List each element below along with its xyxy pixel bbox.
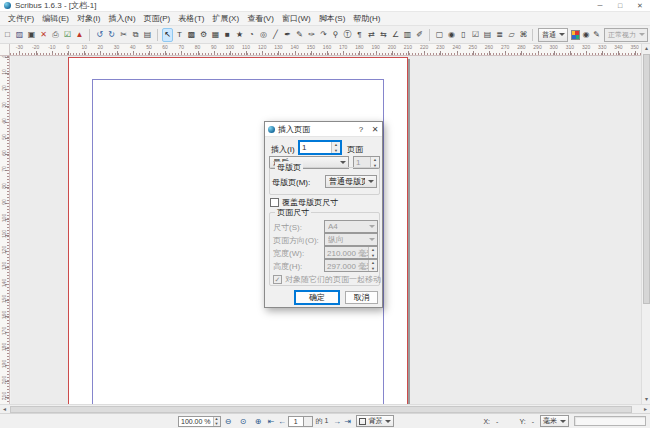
insert-polygon-tool[interactable]: ★ [234, 28, 245, 42]
unit-select[interactable]: 毫米 [540, 415, 569, 427]
print-button[interactable]: ⎙ [50, 28, 61, 42]
scroll-down-icon[interactable]: ▾ [642, 395, 650, 404]
open-document-button[interactable]: ▨ [14, 28, 25, 42]
ruler-number: 120 [258, 44, 266, 50]
rotate-item-tool[interactable]: ↷ [318, 28, 329, 42]
preview-mode-toggle[interactable]: ◉ [581, 28, 592, 42]
horizontal-ruler[interactable]: -30-20-100102030405060708090100110120130… [10, 44, 641, 56]
size-select: A4 [324, 220, 378, 233]
close-document-button[interactable]: ✕ [38, 28, 49, 42]
copy-item-properties-tool[interactable]: ▥ [402, 28, 413, 42]
text-annotation-tool[interactable]: ▱ [506, 28, 517, 42]
move-objects-checkbox: ✓ 对象随它们的页面一起移动 [273, 274, 381, 285]
last-page-button[interactable]: ⇥ [342, 415, 353, 427]
pdf-radio-button-tool[interactable]: ◉ [446, 28, 457, 42]
insert-image-frame-tool[interactable]: ▩ [186, 28, 197, 42]
ruler-tick [230, 51, 231, 55]
horizontal-scroll-thumb[interactable] [10, 406, 632, 413]
first-page-button[interactable]: ⇤ [266, 415, 277, 427]
pdf-check-box-tool[interactable]: ☑ [470, 28, 481, 42]
menu-view[interactable]: 查看(V) [243, 12, 278, 26]
dialog-help-button[interactable]: ? [354, 122, 368, 136]
vertical-scroll-thumb[interactable] [643, 54, 650, 304]
ruler-tick [278, 51, 279, 55]
insert-table-tool[interactable]: ▦ [210, 28, 221, 42]
menu-table[interactable]: 表格(T) [174, 12, 208, 26]
image-quality-select[interactable]: 普通 [538, 28, 568, 42]
chevron-down-icon [560, 420, 566, 423]
cut-button[interactable]: ✂ [118, 28, 129, 42]
menu-script[interactable]: 脚本(S) [315, 12, 350, 26]
insert-arc-tool[interactable]: ◔ [246, 28, 257, 42]
pdf-list-box-tool[interactable]: ≣ [494, 28, 505, 42]
copy-button[interactable]: ⧉ [130, 28, 141, 42]
pdf-text-field-tool[interactable]: ▯ [458, 28, 469, 42]
scroll-up-icon[interactable]: ▴ [642, 44, 650, 53]
pdf-combo-box-tool[interactable]: ▤ [482, 28, 493, 42]
insert-shape-tool[interactable]: ■ [222, 28, 233, 42]
measurements-tool[interactable]: ∠ [390, 28, 401, 42]
pdf-push-button-tool[interactable]: ▢ [434, 28, 445, 42]
undo-button[interactable]: ↺ [94, 28, 105, 42]
ruler-tick [505, 51, 506, 55]
eye-dropper-tool[interactable]: ✐ [414, 28, 425, 42]
ruler-number: 340 [614, 44, 622, 50]
insert-text-frame-tool[interactable]: T [174, 28, 185, 42]
layer-select[interactable]: 背景 [356, 415, 394, 427]
horizontal-scrollbar[interactable]: ◂ ▸ [0, 404, 650, 413]
dialog-close-button[interactable]: ✕ [368, 122, 382, 136]
new-document-button[interactable]: □ [2, 28, 13, 42]
save-document-button[interactable]: ▣ [26, 28, 37, 42]
menu-help[interactable]: 帮助(H) [349, 12, 384, 26]
select-item-tool[interactable]: ↖ [162, 28, 173, 42]
cancel-button[interactable]: 取消 [345, 291, 378, 304]
spinner-arrows[interactable]: ▲▼ [213, 417, 220, 426]
zoom-tool[interactable]: ⚲ [330, 28, 341, 42]
master-page-select[interactable]: 普通母版页 [325, 175, 377, 188]
zoom-in-button[interactable]: ⊕ [252, 415, 265, 427]
maximize-button[interactable]: □ [610, 0, 630, 12]
insert-freehand-tool[interactable]: ✎ [294, 28, 305, 42]
menu-windows[interactable]: 窗口(W) [278, 12, 315, 26]
title-bar: Scribus 1.6.3 - [文档-1] ─ □ ✕ [0, 0, 650, 12]
insert-calligraphic-tool[interactable]: ✑ [306, 28, 317, 42]
menu-insert[interactable]: 插入(N) [104, 12, 139, 26]
window-close-button[interactable]: ✕ [630, 0, 650, 12]
insert-count-spinner[interactable]: 1 ▲▼ [299, 141, 341, 154]
insert-render-frame-tool[interactable]: ⚙ [198, 28, 209, 42]
ruler-origin-corner[interactable] [0, 44, 10, 56]
menu-edit[interactable]: 编辑(E) [38, 12, 73, 26]
zoom-level-spinner[interactable]: 100.00 % ▲▼ [178, 416, 221, 427]
color-management-toggle[interactable] [570, 28, 581, 42]
next-page-button[interactable]: → [331, 415, 342, 427]
paste-button[interactable]: ▤ [142, 28, 153, 42]
menu-page[interactable]: 页面(P) [140, 12, 175, 26]
edit-contents-tool[interactable]: Ⓣ [342, 28, 353, 42]
vertical-scrollbar[interactable]: ▴ ▾ [641, 44, 650, 404]
zoom-out-button[interactable]: ⊖ [222, 415, 235, 427]
insert-bezier-tool[interactable]: ✒ [282, 28, 293, 42]
ok-button[interactable]: 确定 [295, 291, 339, 304]
ruler-number: 60 [1, 148, 7, 158]
previous-page-button[interactable]: ← [277, 415, 288, 427]
link-text-frames-tool[interactable]: ⇄ [366, 28, 377, 42]
menu-file[interactable]: 文件(F) [4, 12, 38, 26]
page-select-dropdown[interactable] [304, 416, 313, 427]
insert-line-tool[interactable]: ╱ [270, 28, 281, 42]
zoom-100-button[interactable]: ⊙ [237, 415, 250, 427]
image-quality-value: 普通 [542, 30, 556, 40]
minimize-button[interactable]: ─ [590, 0, 610, 12]
link-annotation-tool[interactable]: ⌘ [518, 28, 529, 42]
menu-extras[interactable]: 扩展(X) [208, 12, 243, 26]
current-page-input[interactable]: 1 [288, 416, 304, 427]
insert-spiral-tool[interactable]: ◎ [258, 28, 269, 42]
redo-button[interactable]: ↻ [106, 28, 117, 42]
vertical-ruler[interactable]: 0102030405060708090100110120130140150160… [0, 56, 10, 404]
menu-item[interactable]: 对象(I) [73, 12, 105, 26]
preflight-verifier-button[interactable]: ☑ [62, 28, 73, 42]
unlink-text-frames-tool[interactable]: ⇆ [378, 28, 389, 42]
story-editor-tool[interactable]: ¶ [354, 28, 365, 42]
export-pdf-button[interactable]: ▲ [74, 28, 85, 42]
checkbox-icon[interactable] [270, 198, 279, 207]
edit-in-preview-toggle[interactable]: ✎ [591, 28, 602, 42]
